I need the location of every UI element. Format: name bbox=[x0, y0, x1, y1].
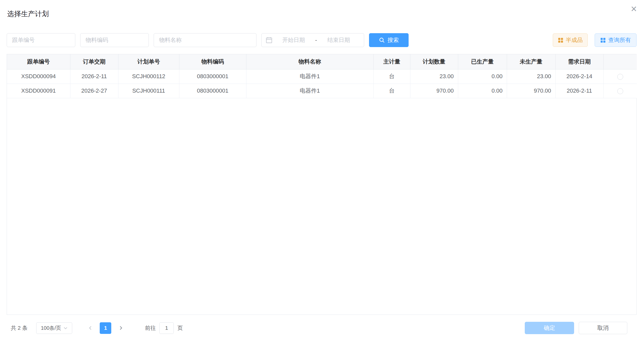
pagination-total: 共 2 条 bbox=[11, 324, 27, 332]
semi-finished-button[interactable]: 半成品 bbox=[553, 33, 588, 47]
column-header-plan-no: 计划单号 bbox=[118, 54, 179, 69]
date-range-separator: - bbox=[315, 37, 317, 43]
grid-icon bbox=[600, 38, 606, 43]
cell-order-date: 2026-2-11 bbox=[70, 69, 118, 84]
date-range-picker[interactable]: 开始日期 - 结束日期 bbox=[261, 33, 364, 47]
page-size-value: 100条/页 bbox=[41, 325, 61, 332]
column-header-material-name: 物料名称 bbox=[246, 54, 373, 69]
cell-order-no: XSDD000094 bbox=[7, 69, 70, 84]
cell-demand-date: 2026-2-11 bbox=[555, 84, 603, 98]
column-header-material-code: 物料编码 bbox=[179, 54, 246, 69]
cancel-button[interactable]: 取消 bbox=[579, 322, 627, 334]
column-header-order-date: 订单交期 bbox=[70, 54, 118, 69]
cell-material-name: 电器件1 bbox=[246, 69, 373, 84]
goto-label: 前往 bbox=[145, 324, 156, 332]
chevron-left-icon bbox=[88, 325, 93, 331]
page-unit-label: 页 bbox=[177, 324, 183, 332]
cell-produced-qty: 0.00 bbox=[458, 84, 507, 98]
query-all-button[interactable]: 查询所有 bbox=[595, 33, 637, 47]
search-icon bbox=[379, 37, 385, 43]
column-header-order-no: 跟单编号 bbox=[7, 54, 70, 69]
prev-page-button[interactable] bbox=[85, 322, 96, 334]
column-header-demand-date: 需求日期 bbox=[555, 54, 603, 69]
calendar-icon bbox=[266, 37, 272, 43]
cell-unproduced-qty: 23.00 bbox=[507, 69, 555, 84]
cell-plan-qty: 23.00 bbox=[410, 69, 458, 84]
table-body: XSDD000094 2026-2-11 SCJH000112 08030000… bbox=[7, 69, 637, 98]
close-icon[interactable]: × bbox=[631, 4, 637, 14]
cell-material-name: 电器件1 bbox=[246, 84, 373, 98]
dialog-footer: 共 2 条 100条/页 1 bbox=[7, 321, 637, 335]
row-radio-button[interactable] bbox=[617, 88, 623, 94]
cell-material-code: 0803000001 bbox=[179, 69, 246, 84]
material-code-input[interactable] bbox=[80, 33, 149, 47]
table-row[interactable]: XSDD000091 2026-2-27 SCJH000111 08030000… bbox=[7, 84, 637, 98]
cell-order-no: XSDD000091 bbox=[7, 84, 70, 98]
filter-bar: 开始日期 - 结束日期 搜索 bbox=[7, 33, 637, 47]
column-header-produced-qty: 已生产量 bbox=[458, 54, 507, 69]
page-number-current[interactable]: 1 bbox=[100, 322, 111, 334]
row-radio-button[interactable] bbox=[617, 74, 623, 80]
chevron-down-icon bbox=[63, 326, 68, 330]
cell-unit: 台 bbox=[373, 84, 410, 98]
order-no-input[interactable] bbox=[7, 33, 75, 47]
cell-order-date: 2026-2-27 bbox=[70, 84, 118, 98]
column-header-select bbox=[603, 54, 637, 69]
column-header-unproduced-qty: 未生产量 bbox=[507, 54, 555, 69]
footer-actions: 确定 取消 bbox=[525, 322, 627, 334]
cell-plan-no: SCJH000112 bbox=[118, 69, 179, 84]
pagination: 共 2 条 100条/页 1 bbox=[7, 322, 183, 334]
next-page-button[interactable] bbox=[115, 322, 126, 334]
date-end-placeholder: 结束日期 bbox=[318, 36, 360, 44]
chevron-right-icon bbox=[118, 325, 123, 331]
material-name-input[interactable] bbox=[154, 33, 256, 47]
table-row[interactable]: XSDD000094 2026-2-11 SCJH000112 08030000… bbox=[7, 69, 637, 84]
table-header-row: 跟单编号 订单交期 计划单号 物料编码 物料名称 主计量 计划数量 已生产量 未… bbox=[7, 54, 637, 69]
cell-demand-date: 2026-2-14 bbox=[555, 69, 603, 84]
semi-finished-label: 半成品 bbox=[566, 36, 583, 44]
production-plan-table: 跟单编号 订单交期 计划单号 物料编码 物料名称 主计量 计划数量 已生产量 未… bbox=[7, 54, 637, 315]
cell-unit: 台 bbox=[373, 69, 410, 84]
search-button[interactable]: 搜索 bbox=[369, 33, 409, 47]
cell-unproduced-qty: 970.00 bbox=[507, 84, 555, 98]
cell-plan-no: SCJH000111 bbox=[118, 84, 179, 98]
filter-right-group: 半成品 查询所有 bbox=[553, 33, 637, 47]
page-size-select[interactable]: 100条/页 bbox=[36, 322, 72, 334]
grid-icon bbox=[558, 38, 563, 43]
cell-produced-qty: 0.00 bbox=[458, 69, 507, 84]
cell-select bbox=[603, 84, 637, 98]
column-header-plan-qty: 计划数量 bbox=[410, 54, 458, 69]
query-all-label: 查询所有 bbox=[608, 36, 631, 44]
cell-plan-qty: 970.00 bbox=[410, 84, 458, 98]
column-header-unit: 主计量 bbox=[373, 54, 410, 69]
cell-material-code: 0803000001 bbox=[179, 84, 246, 98]
cell-select bbox=[603, 69, 637, 84]
dialog-title: 选择生产计划 bbox=[7, 9, 49, 19]
confirm-button[interactable]: 确定 bbox=[525, 322, 574, 334]
date-start-placeholder: 开始日期 bbox=[272, 36, 315, 44]
search-button-label: 搜索 bbox=[388, 36, 399, 44]
goto-page-input[interactable] bbox=[159, 322, 174, 334]
